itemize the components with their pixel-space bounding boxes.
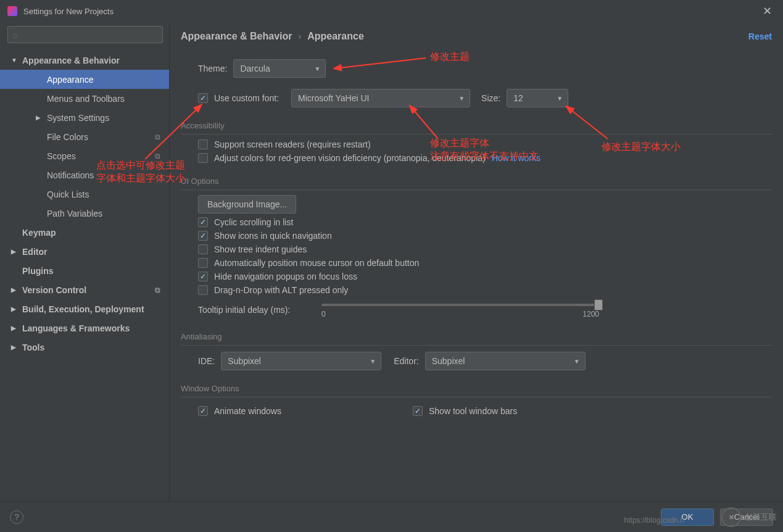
sidebar-item-label: File Colors (47, 132, 88, 142)
breadcrumb-root[interactable]: Appearance & Behavior (181, 31, 292, 42)
animate-windows-checkbox[interactable]: ✓ (198, 406, 208, 416)
chevron-down-icon: ▼ (569, 358, 580, 365)
slider-max: 1200 (582, 310, 599, 318)
sidebar-item-label: Version Control (22, 285, 86, 295)
settings-tree: ▼Appearance & BehaviorAppearanceMenus an… (0, 47, 169, 501)
theme-dropdown[interactable]: Darcula ▼ (233, 59, 326, 78)
sidebar-item[interactable]: Scopes⧉ (0, 146, 169, 165)
aa-ide-label: IDE: (198, 356, 215, 366)
sidebar-item[interactable]: ▶Languages & Frameworks (0, 318, 169, 338)
chevron-down-icon: ▼ (11, 57, 22, 64)
sidebar-item[interactable]: ▶Tools (0, 338, 169, 357)
sidebar-item[interactable]: Plugins (0, 261, 169, 280)
sidebar-item[interactable]: ▶Editor (0, 242, 169, 261)
sidebar-item[interactable]: File Colors⧉ (0, 127, 169, 146)
animate-windows-label: Animate windows (214, 406, 281, 416)
aa-editor-dropdown[interactable]: Subpixel▼ (425, 352, 586, 370)
show-icons-checkbox[interactable]: ✓ (198, 231, 208, 241)
cyclic-scroll-checkbox[interactable]: ✓ (198, 217, 208, 227)
project-badge-icon: ⧉ (155, 286, 160, 294)
sidebar-item[interactable]: Keymap (0, 223, 169, 242)
chevron-right-icon: › (299, 31, 302, 41)
section-antialiasing: Antialiasing (181, 332, 772, 346)
sidebar-item[interactable]: ▶System Settings (0, 108, 169, 127)
aa-editor-value: Subpixel (432, 356, 465, 366)
sidebar-item-label: Appearance & Behavior (22, 56, 120, 65)
chevron-right-icon: ▶ (11, 248, 22, 255)
auto-cursor-checkbox[interactable] (198, 258, 208, 268)
chevron-right-icon: ▶ (11, 305, 22, 312)
hide-nav-checkbox[interactable]: ✓ (198, 272, 208, 281)
sidebar-item[interactable]: ▼Appearance & Behavior (0, 51, 169, 70)
slider-min: 0 (321, 310, 326, 318)
font-size-value: 12 (513, 93, 523, 103)
tool-window-bars-checkbox[interactable]: ✓ (413, 406, 423, 416)
sidebar-item-label: Keymap (22, 228, 56, 238)
sidebar-item[interactable]: Notifications (0, 165, 169, 185)
aa-ide-value: Subpixel (228, 356, 261, 366)
sidebar-item[interactable]: Menus and Toolbars (0, 89, 169, 108)
sidebar-item-label: Menus and Toolbars (47, 94, 125, 104)
font-family-dropdown[interactable]: Microsoft YaHei UI ▼ (291, 89, 470, 107)
search-input[interactable]: ⌕ (7, 26, 163, 43)
reset-link[interactable]: Reset (748, 31, 772, 41)
sidebar-item-label: Notifications (47, 170, 94, 180)
use-custom-font-checkbox[interactable]: ✓ (198, 93, 208, 103)
sidebar-item-label: Path Variables (47, 209, 102, 218)
close-icon[interactable]: ✕ (759, 3, 776, 19)
help-button[interactable]: ? (10, 510, 23, 524)
section-accessibility: Accessibility (181, 121, 772, 135)
tree-indent-checkbox[interactable] (198, 244, 208, 254)
app-icon (7, 6, 17, 16)
watermark-url: https://blog.csdn.n (624, 516, 684, 525)
font-size-dropdown[interactable]: 12 ▼ (507, 89, 568, 107)
sidebar-item[interactable]: Appearance (0, 70, 169, 89)
sidebar: ⌕ ▼Appearance & BehaviorAppearanceMenus … (0, 22, 170, 501)
aa-editor-label: Editor: (394, 356, 418, 366)
dnd-alt-checkbox[interactable] (198, 285, 208, 295)
title-bar: Settings for New Projects ✕ (0, 0, 783, 22)
hide-nav-label: Hide navigation popups on focus loss (214, 272, 357, 281)
sidebar-item[interactable]: ▶Version Control⧉ (0, 280, 169, 299)
color-deficiency-label: Adjust colors for red-green vision defic… (214, 153, 486, 163)
aa-ide-dropdown[interactable]: Subpixel▼ (221, 352, 381, 370)
font-size-label: Size: (481, 93, 500, 103)
chevron-right-icon: ▶ (11, 344, 22, 351)
slider-thumb[interactable] (594, 299, 603, 310)
project-badge-icon: ⧉ (155, 133, 160, 141)
sidebar-item-label: Editor (22, 247, 47, 257)
tool-window-bars-label: Show tool window bars (429, 406, 517, 416)
tree-indent-label: Show tree indent guides (214, 244, 307, 254)
watermark-icon: ✖ (721, 507, 741, 527)
sidebar-item-label: Tools (22, 343, 44, 352)
sidebar-item-label: Scopes (47, 151, 76, 161)
watermark-logo: ✖ 创新互联 (721, 507, 777, 527)
color-deficiency-checkbox[interactable] (198, 153, 208, 163)
dnd-alt-label: Drag-n-Drop with ALT pressed only (214, 285, 348, 295)
theme-value: Darcula (240, 64, 270, 73)
sidebar-item-label: System Settings (47, 113, 109, 123)
tooltip-delay-slider[interactable] (321, 304, 599, 306)
search-icon: ⌕ (13, 30, 18, 39)
project-badge-icon: ⧉ (155, 152, 160, 160)
sidebar-item[interactable]: Path Variables (0, 204, 169, 223)
background-image-button[interactable]: Background Image... (198, 195, 296, 214)
screen-readers-checkbox[interactable] (198, 139, 208, 149)
sidebar-item[interactable]: Quick Lists (0, 185, 169, 204)
font-family-value: Microsoft YaHei UI (298, 93, 369, 103)
chevron-right-icon: ▶ (11, 286, 22, 293)
sidebar-item[interactable]: ▶Build, Execution, Deployment (0, 299, 169, 318)
how-it-works-link[interactable]: How it works (492, 153, 541, 163)
show-icons-label: Show icons in quick navigation (214, 231, 332, 241)
chevron-down-icon: ▼ (365, 358, 376, 365)
sidebar-item-label: Quick Lists (47, 189, 89, 199)
chevron-down-icon: ▼ (310, 65, 321, 72)
theme-label: Theme: (198, 64, 227, 73)
chevron-down-icon: ▼ (454, 95, 465, 102)
screen-readers-label: Support screen readers (requires restart… (214, 139, 371, 149)
sidebar-item-label: Build, Execution, Deployment (22, 304, 144, 314)
sidebar-item-label: Plugins (22, 266, 54, 276)
chevron-right-icon: ▶ (36, 114, 47, 121)
chevron-down-icon: ▼ (552, 95, 563, 102)
tooltip-delay-label: Tooltip initial delay (ms): (198, 299, 321, 315)
